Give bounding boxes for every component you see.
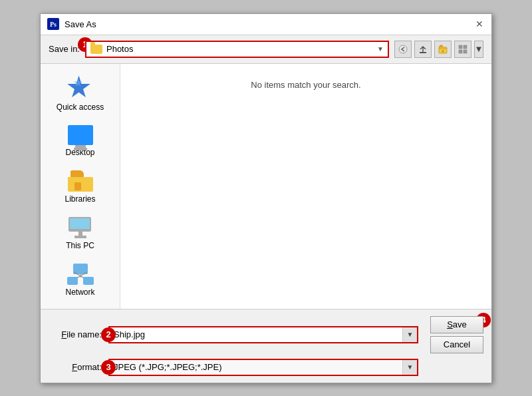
action-buttons: 4 Save Cancel xyxy=(430,316,483,353)
view-button[interactable] xyxy=(454,41,471,58)
toolbar-icons: ▼ xyxy=(394,41,483,58)
title-bar: Ps Save As ✕ xyxy=(41,14,491,35)
svg-rect-5 xyxy=(459,50,462,53)
save-rest: ave xyxy=(453,319,467,329)
bottom-area: File name: 2 ▼ 4 Save Cancel xyxy=(41,309,491,383)
save-underline: S xyxy=(447,319,453,329)
view-dropdown-arrow: ▼ xyxy=(475,44,483,54)
save-in-value: Photos xyxy=(106,44,377,54)
sidebar: Quick access Desktop Libraries xyxy=(41,64,120,309)
format-underline: F xyxy=(72,362,77,372)
libraries-label: Libraries xyxy=(65,194,95,204)
svg-point-0 xyxy=(399,45,407,53)
dialog-title: Save As xyxy=(65,19,96,29)
folder-icon xyxy=(90,45,102,54)
main-area: Quick access Desktop Libraries xyxy=(41,63,491,309)
svg-rect-6 xyxy=(464,50,467,53)
new-folder-button[interactable] xyxy=(434,41,452,58)
sidebar-item-desktop[interactable]: Desktop xyxy=(41,120,120,162)
back-button[interactable] xyxy=(394,41,412,58)
badge-3: 3 xyxy=(101,360,116,375)
format-input[interactable] xyxy=(110,360,402,375)
up-button[interactable] xyxy=(414,41,432,58)
save-button[interactable]: Save xyxy=(430,316,483,333)
badge-2: 2 xyxy=(101,327,116,342)
toolbar-row: Save in: 1 Photos ▼ xyxy=(41,35,491,63)
network-icon xyxy=(67,264,94,285)
format-row: Format: 3 ▼ xyxy=(49,359,483,376)
save-as-dialog: Ps Save As ✕ Save in: 1 Photos ▼ xyxy=(40,13,492,383)
filename-rest: ile name: xyxy=(66,329,102,339)
svg-rect-4 xyxy=(464,45,467,49)
desktop-icon xyxy=(68,125,93,145)
libraries-icon xyxy=(68,170,93,192)
svg-rect-1 xyxy=(420,52,426,53)
filename-label-text: File name: xyxy=(61,329,102,339)
save-in-label: Save in: xyxy=(49,44,80,54)
sidebar-item-libraries[interactable]: Libraries xyxy=(41,165,120,209)
save-in-arrow[interactable]: ▼ xyxy=(377,45,384,53)
save-in-dropdown[interactable]: Photos ▼ xyxy=(85,41,389,58)
photoshop-icon: Ps xyxy=(47,18,59,30)
filename-label: File name: xyxy=(49,329,102,339)
content-area: No items match your search. xyxy=(120,64,491,309)
empty-message: No items match your search. xyxy=(251,80,360,90)
filename-input[interactable] xyxy=(110,327,402,342)
sidebar-item-network[interactable]: Network xyxy=(41,258,120,302)
title-bar-left: Ps Save As xyxy=(47,18,96,30)
format-input-group: ▼ xyxy=(108,359,418,376)
sidebar-item-quick-access[interactable]: Quick access xyxy=(41,71,120,117)
quick-access-label: Quick access xyxy=(57,102,104,112)
filename-row: File name: 2 ▼ 4 Save Cancel xyxy=(49,316,483,353)
quick-access-icon xyxy=(67,76,94,100)
filename-input-group: ▼ xyxy=(108,326,418,343)
filename-dropdown-arrow[interactable]: ▼ xyxy=(402,327,417,342)
cancel-label: Cancel xyxy=(444,339,470,349)
cancel-button[interactable]: Cancel xyxy=(430,336,483,353)
format-rest: ormat: xyxy=(77,362,102,372)
thispc-icon xyxy=(67,217,94,238)
network-label: Network xyxy=(65,288,94,297)
svg-rect-3 xyxy=(459,45,462,49)
close-button[interactable]: ✕ xyxy=(474,19,485,29)
format-label: Format: xyxy=(49,362,102,372)
sidebar-item-thispc[interactable]: This PC xyxy=(41,212,120,256)
format-dropdown-arrow[interactable]: ▼ xyxy=(402,360,417,375)
thispc-label: This PC xyxy=(66,241,94,250)
view-dropdown-button[interactable]: ▼ xyxy=(474,41,483,58)
